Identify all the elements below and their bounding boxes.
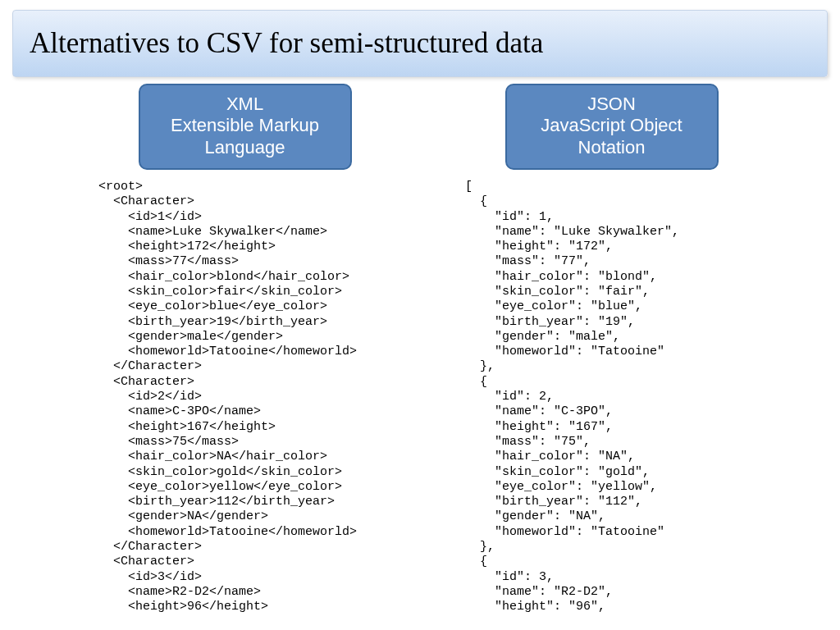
columns: XML Extensible Markup Language <root> <C… bbox=[0, 84, 840, 615]
badge-json: JSON JavaScript Object Notation bbox=[505, 84, 719, 170]
column-json: JSON JavaScript Object Notation [ { "id"… bbox=[461, 84, 762, 615]
badge-json-line2: JavaScript Object Notation bbox=[522, 115, 702, 158]
badge-json-line1: JSON bbox=[522, 94, 702, 115]
code-xml: <root> <Character> <id>1</id> <name>Luke… bbox=[98, 180, 357, 615]
column-xml: XML Extensible Markup Language <root> <C… bbox=[94, 84, 395, 615]
badge-xml-line2: Extensible Markup Language bbox=[155, 115, 336, 158]
code-json: [ { "id": 1, "name": "Luke Skywalker", "… bbox=[465, 180, 679, 615]
badge-xml-line1: XML bbox=[155, 94, 336, 115]
slide-title: Alternatives to CSV for semi-structured … bbox=[30, 25, 810, 62]
slide-title-box: Alternatives to CSV for semi-structured … bbox=[12, 10, 828, 77]
badge-xml: XML Extensible Markup Language bbox=[139, 84, 352, 170]
